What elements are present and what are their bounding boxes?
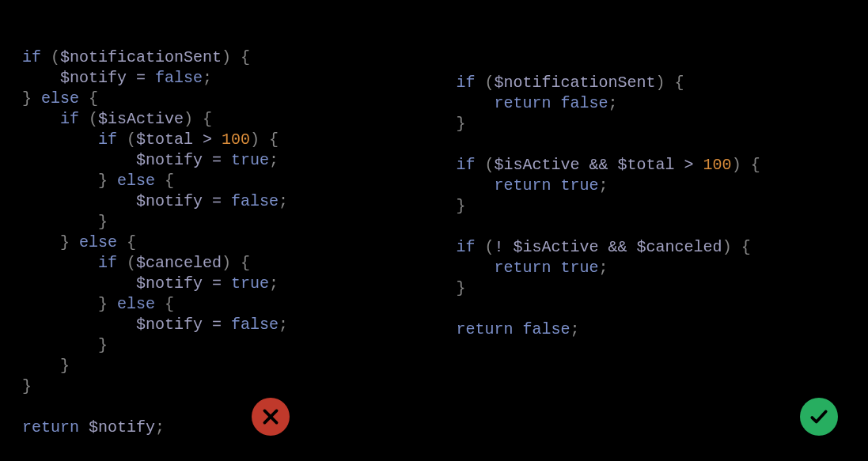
code-token [22,110,60,128]
code-token: 100 [222,130,250,149]
code-token: $total [136,130,193,149]
code-token: ) { [184,110,212,128]
good-code-block: if ($notificationSent) { return false; }… [457,73,847,340]
code-token: $isActive [495,156,580,174]
bad-code-block: if ($notificationSent) { $notify = false… [22,47,412,438]
code-token [457,300,466,318]
good-example-pane: if ($notificationSent) { return false; }… [434,0,869,461]
code-token: > [193,130,222,149]
code-token [552,176,561,195]
code-token: } [60,357,70,375]
check-icon [809,406,829,427]
code-token [22,233,60,251]
code-token: ) { [656,74,684,92]
code-token: = [203,316,231,334]
code-token [22,254,98,272]
code-token [22,357,60,375]
code-token [22,295,98,313]
code-token [552,94,561,112]
code-token: ; [279,192,288,210]
code-token [22,172,98,190]
code-token: } [457,279,466,297]
code-token: } [98,336,108,354]
code-token: ) { [222,254,250,272]
code-token: if [98,254,117,272]
code-token: false [231,316,279,334]
code-token [22,69,60,87]
code-token: } [98,172,117,190]
code-token: $isActive [514,238,599,256]
code-token: if [457,156,476,174]
code-token [22,213,98,231]
code-token: false [561,94,608,112]
code-token: false [155,69,203,87]
code-token: ) { [222,48,250,66]
code-token: $notify [136,192,203,210]
code-token: ( [79,110,98,128]
code-token: } [457,197,466,215]
code-token: = [203,274,231,293]
code-token: = [203,151,231,169]
code-token: && [599,238,637,256]
code-token [22,151,136,169]
code-token: $canceled [637,238,722,256]
code-token [79,418,89,436]
code-token: ; [608,94,618,112]
code-token: ; [203,69,212,87]
code-token: ; [269,274,279,293]
code-token [457,259,495,277]
code-token: if [22,48,41,66]
code-token: ( [476,238,495,256]
code-token: $notificationSent [495,74,656,92]
code-token: false [523,320,570,338]
cross-icon [260,406,281,427]
code-token: ; [279,316,288,334]
code-token: { [117,233,136,251]
code-token: $notificationSent [60,48,222,66]
code-token: } [98,213,108,231]
code-token: $notify [136,316,203,334]
comparison-container: if ($notificationSent) { $notify = false… [0,0,868,461]
code-token: $notify [136,274,203,293]
code-token: return [495,176,552,195]
code-token [22,336,98,354]
code-token: { [155,295,174,313]
code-token [457,135,466,153]
code-token [22,274,136,293]
code-token: } [22,377,32,395]
code-token: $total [618,156,675,174]
code-token: > [675,156,703,174]
code-token: if [98,130,117,149]
code-token: $notify [136,151,203,169]
code-token: $notify [60,69,127,87]
code-token: $canceled [136,254,222,272]
code-token [514,320,523,338]
code-token: ) { [250,130,279,149]
code-token: } [98,295,117,313]
code-token [22,192,136,210]
code-token: true [561,259,599,277]
code-token: ; [155,418,165,436]
code-token [22,316,136,334]
code-token: } [60,233,79,251]
code-token [457,217,466,236]
code-token: ; [570,320,580,338]
code-token: ( [41,48,60,66]
cross-badge [252,398,290,436]
code-token: } [457,115,466,133]
code-token: ) { [732,156,760,174]
code-token: else [117,172,155,190]
code-token: ( [476,74,495,92]
code-token: else [79,233,117,251]
code-token: ) { [722,238,751,256]
code-token: true [231,151,269,169]
code-token: { [79,89,98,108]
code-token: false [231,192,279,210]
code-token: return [457,320,514,338]
code-token: && [580,156,618,174]
code-token: ; [269,151,279,169]
code-token [22,130,98,149]
bad-example-pane: if ($notificationSent) { $notify = false… [0,0,434,461]
code-token: ( [476,156,495,174]
code-token: $notify [89,418,155,436]
